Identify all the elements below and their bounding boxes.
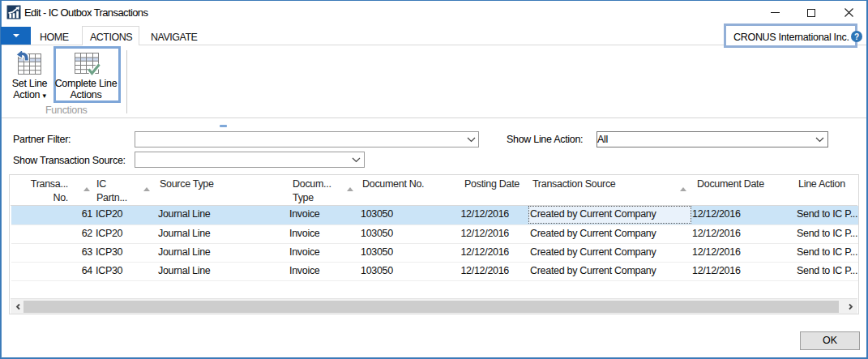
svg-text:?: ? bbox=[854, 32, 859, 41]
